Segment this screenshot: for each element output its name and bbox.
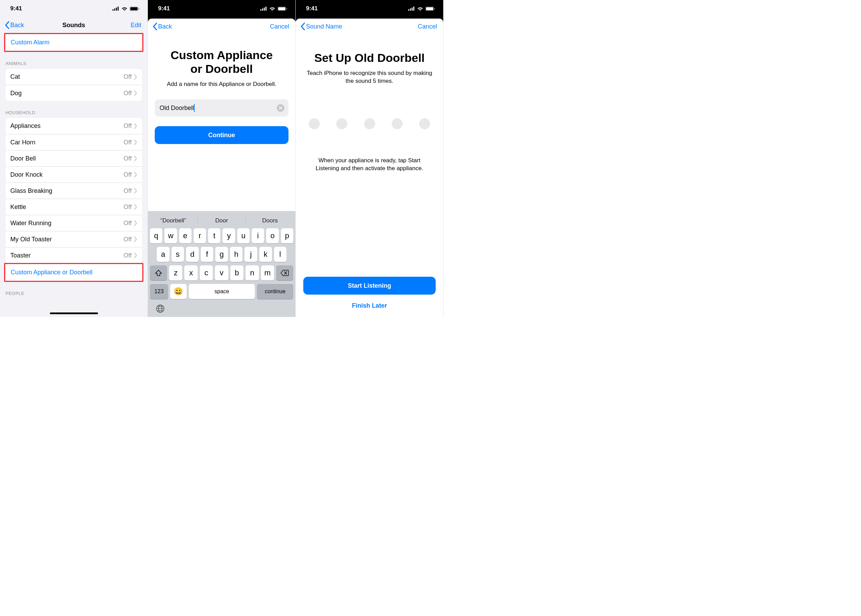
list-item[interactable]: Glass BreakingOff bbox=[5, 182, 142, 199]
svg-rect-6 bbox=[139, 8, 139, 9]
text-caret bbox=[194, 104, 195, 112]
key[interactable]: b bbox=[230, 266, 244, 281]
back-button[interactable]: Back bbox=[151, 21, 174, 31]
continue-button[interactable]: Continue bbox=[155, 126, 288, 144]
list-item[interactable]: AppliancesOff bbox=[5, 118, 142, 134]
key[interactable]: k bbox=[259, 247, 272, 262]
chevron-right-icon bbox=[134, 172, 137, 178]
cancel-button[interactable]: Cancel bbox=[414, 22, 441, 31]
row-label: Dog bbox=[10, 90, 123, 97]
instruction-text: When your appliance is ready, tap Start … bbox=[307, 157, 432, 173]
status-icons bbox=[408, 6, 435, 11]
key[interactable]: d bbox=[186, 247, 199, 262]
key[interactable]: i bbox=[252, 228, 264, 244]
progress-dots bbox=[309, 118, 430, 129]
home-indicator bbox=[50, 313, 98, 314]
numbers-key[interactable]: 123 bbox=[150, 284, 168, 299]
row-status: Off bbox=[123, 203, 132, 211]
list-item[interactable]: Cat Off bbox=[5, 69, 142, 85]
list-item[interactable]: Dog Off bbox=[5, 85, 142, 101]
candidate[interactable]: Door bbox=[197, 217, 246, 224]
list-item[interactable]: Door BellOff bbox=[5, 150, 142, 167]
back-label: Back bbox=[158, 23, 172, 30]
key[interactable]: m bbox=[261, 266, 274, 281]
cancel-button[interactable]: Cancel bbox=[266, 22, 293, 31]
chevron-right-icon bbox=[134, 74, 137, 80]
candidate[interactable]: “Doorbell” bbox=[149, 217, 197, 224]
svg-rect-22 bbox=[434, 8, 435, 9]
key[interactable]: f bbox=[201, 247, 214, 262]
key[interactable]: a bbox=[157, 247, 170, 262]
clear-input-button[interactable] bbox=[277, 104, 284, 112]
progress-dot bbox=[309, 118, 320, 129]
status-time: 9:41 bbox=[10, 5, 22, 12]
list-item[interactable]: ToasterOff bbox=[5, 247, 142, 263]
list-item[interactable]: Door KnockOff bbox=[5, 167, 142, 182]
custom-alarm-row[interactable]: Custom Alarm bbox=[6, 35, 142, 50]
candidate[interactable]: Doors bbox=[246, 217, 294, 224]
progress-dot bbox=[392, 118, 403, 129]
key[interactable]: g bbox=[215, 247, 228, 262]
start-listening-button[interactable]: Start Listening bbox=[303, 277, 436, 295]
svg-rect-21 bbox=[426, 7, 433, 10]
key[interactable]: l bbox=[274, 247, 287, 262]
wifi-icon bbox=[269, 6, 275, 11]
backspace-key[interactable] bbox=[276, 266, 293, 281]
key[interactable]: x bbox=[184, 266, 197, 281]
key[interactable]: u bbox=[237, 228, 250, 244]
row-label: Door Bell bbox=[10, 155, 123, 162]
wifi-icon bbox=[417, 6, 423, 11]
keyboard: “Doorbell” Door Doors qwertyuiop asdfghj… bbox=[148, 211, 295, 317]
back-button[interactable]: Back bbox=[3, 20, 26, 30]
key[interactable]: p bbox=[281, 228, 293, 244]
key[interactable]: j bbox=[244, 247, 257, 262]
key[interactable]: e bbox=[179, 228, 192, 244]
svg-rect-7 bbox=[260, 9, 261, 11]
list-item[interactable]: KettleOff bbox=[5, 199, 142, 215]
key[interactable]: n bbox=[246, 266, 258, 281]
key[interactable]: w bbox=[164, 228, 177, 244]
svg-rect-10 bbox=[266, 6, 266, 11]
back-label: Back bbox=[10, 22, 24, 29]
key[interactable]: s bbox=[172, 247, 184, 262]
status-time: 9:41 bbox=[306, 5, 318, 12]
list-item[interactable]: My Old ToasterOff bbox=[5, 231, 142, 247]
row-status: Off bbox=[123, 187, 132, 195]
status-time: 9:41 bbox=[158, 5, 170, 12]
name-input[interactable]: Old Doorbell bbox=[155, 99, 288, 116]
key[interactable]: h bbox=[230, 247, 243, 262]
backspace-icon bbox=[280, 270, 289, 276]
custom-appliance-row[interactable]: Custom Appliance or Doorbell bbox=[6, 264, 142, 281]
key[interactable]: z bbox=[169, 266, 182, 281]
back-button[interactable]: Sound Name bbox=[299, 21, 344, 31]
finish-later-button[interactable]: Finish Later bbox=[303, 302, 436, 310]
list-item[interactable]: Car HornOff bbox=[5, 134, 142, 150]
key[interactable]: r bbox=[194, 228, 206, 244]
chevron-right-icon bbox=[134, 188, 137, 193]
animals-section: Cat Off Dog Off bbox=[5, 69, 142, 101]
space-key[interactable]: space bbox=[189, 284, 255, 299]
emoji-key[interactable]: 😀 bbox=[170, 284, 187, 299]
screen-custom-appliance-name: 9:41 Back Cancel Custom Appliance or Doo… bbox=[148, 0, 296, 317]
battery-icon bbox=[277, 6, 287, 11]
key[interactable]: t bbox=[208, 228, 220, 244]
chevron-right-icon bbox=[134, 220, 137, 226]
status-bar: 9:41 bbox=[0, 0, 148, 17]
key[interactable]: o bbox=[266, 228, 279, 244]
row-label: Car Horn bbox=[10, 139, 123, 146]
key[interactable]: v bbox=[215, 266, 228, 281]
row-label: Glass Breaking bbox=[10, 187, 123, 195]
continue-key[interactable]: continue bbox=[257, 284, 293, 299]
shift-key[interactable] bbox=[150, 266, 167, 281]
chevron-left-icon bbox=[153, 23, 157, 30]
key[interactable]: c bbox=[200, 266, 213, 281]
svg-rect-9 bbox=[264, 8, 265, 11]
chevron-right-icon bbox=[134, 156, 137, 161]
list-item[interactable]: Water RunningOff bbox=[5, 215, 142, 231]
globe-icon bbox=[156, 304, 165, 313]
nav-bar: Back Sounds Edit bbox=[0, 17, 148, 33]
globe-key[interactable] bbox=[149, 303, 294, 317]
key[interactable]: q bbox=[150, 228, 162, 244]
key[interactable]: y bbox=[222, 228, 235, 244]
edit-button[interactable]: Edit bbox=[127, 20, 145, 30]
